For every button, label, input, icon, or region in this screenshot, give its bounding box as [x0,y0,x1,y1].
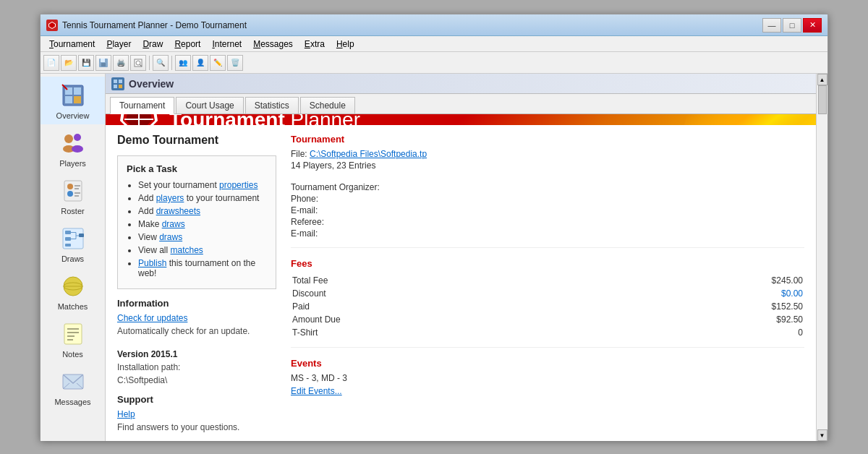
fee-label-due: Amount Due [292,314,751,325]
toolbar-preview[interactable] [130,55,146,71]
matches-icon [59,272,88,301]
fee-label-paid: Paid [292,301,751,312]
svg-rect-46 [119,80,122,83]
menu-help[interactable]: Help [331,38,360,51]
matches-link[interactable]: matches [170,245,203,255]
scroll-down-button[interactable]: ▼ [817,429,827,441]
svg-rect-11 [65,96,72,103]
sidebar-item-draws[interactable]: Draws [41,220,105,267]
toolbar-open[interactable]: 📂 [61,55,77,71]
svg-rect-45 [114,80,117,83]
banner-title-bold: Tournament [169,114,285,125]
svg-rect-10 [74,87,81,95]
menu-draw[interactable]: Draw [137,38,169,51]
toolbar-player-add[interactable]: 👤 [192,55,208,71]
sidebar: Overview Players [41,74,106,441]
players-link[interactable]: players [156,193,184,203]
pick-task-heading: Pick a Task [127,163,267,174]
file-path-link[interactable]: C:\Softpedia Files\Softpedia.tp [310,149,427,159]
menu-player[interactable]: Player [101,38,137,51]
sidebar-item-roster[interactable]: Roster [41,172,105,220]
toolbar-save2[interactable] [95,55,111,71]
email-line-2: E-mail: [291,228,804,239]
sidebar-item-matches[interactable]: Matches [41,267,105,315]
fee-value-total: $245.00 [752,275,803,286]
minimize-button[interactable]: — [762,18,781,33]
properties-link[interactable]: properties [219,180,258,190]
toolbar: 📄 📂 💾 🖨️ 🔍 👥 👤 ✏️ 🗑️ [41,52,827,74]
menu-internet[interactable]: Internet [206,38,247,51]
menu-tournament[interactable]: Tournament [43,38,101,51]
pick-task-section: Pick a Task Set your tournament properti… [117,155,276,289]
sidebar-item-players[interactable]: Players [41,124,105,172]
toolbar-save[interactable]: 💾 [78,55,94,71]
toolbar-separator-2 [171,56,172,70]
tab-court-usage[interactable]: Court Usage [176,97,243,113]
tournament-name: Demo Tournament [117,134,276,147]
close-button[interactable]: ✕ [803,18,822,33]
information-heading: Information [117,298,276,309]
menu-messages[interactable]: Messages [247,38,299,51]
banner-shield-icon [120,114,158,125]
referee-line: Referee: [291,217,804,227]
tab-statistics[interactable]: Statistics [245,97,299,113]
svg-rect-4 [101,63,106,67]
draws-link-2[interactable]: draws [159,232,182,242]
toolbar-separator-1 [149,56,150,70]
sidebar-item-notes[interactable]: Notes [41,315,105,363]
toolbar-new[interactable]: 📄 [43,55,59,71]
file-label: File: [291,149,310,159]
svg-rect-24 [75,195,79,197]
sidebar-item-messages[interactable]: Messages [41,363,105,411]
svg-rect-3 [101,59,105,62]
toolbar-player-delete[interactable]: 🗑️ [227,55,243,71]
scroll-up-button[interactable]: ▲ [817,74,827,85]
tab-tournament[interactable]: Tournament [110,97,174,114]
draws-icon [59,224,88,253]
fee-label-discount: Discount [292,288,751,299]
svg-rect-18 [64,181,82,201]
body-content: Demo Tournament Pick a Task Set your tou… [106,125,816,441]
tournament-section-title: Tournament [291,134,804,145]
svg-point-14 [64,134,73,143]
window-controls: — □ ✕ [762,18,822,33]
sidebar-label-draws: Draws [61,254,84,263]
main-window: Tennis Tournament Planner - Demo Tournam… [40,14,828,440]
fee-row-tshirt: T-Shirt 0 [292,327,803,338]
content-header-title: Overview [129,78,174,90]
window-title: Tennis Tournament Planner - Demo Tournam… [62,20,247,30]
fee-label-total: Total Fee [292,275,751,286]
menu-extra[interactable]: Extra [299,38,331,51]
fee-label-tshirt: T-Shirt [292,327,751,338]
help-link[interactable]: Help [117,409,276,419]
check-updates-link[interactable]: Check for updates [117,313,276,323]
toolbar-players[interactable]: 👥 [175,55,191,71]
title-bar: Tennis Tournament Planner - Demo Tournam… [41,14,827,36]
toolbar-player-edit[interactable]: ✏️ [210,55,226,71]
svg-rect-23 [75,192,80,194]
maximize-button[interactable]: □ [783,18,801,33]
svg-rect-28 [65,244,71,247]
scrollbar[interactable]: ▲ ▼ [816,74,827,441]
left-panel: Demo Tournament Pick a Task Set your tou… [117,134,276,432]
right-panel: Tournament File: C:\Softpedia Files\Soft… [291,134,804,432]
toolbar-search[interactable]: 🔍 [153,55,169,71]
fee-value-paid: $152.50 [752,301,803,312]
messages-icon [59,367,88,396]
scroll-thumb[interactable] [818,85,827,114]
tab-schedule[interactable]: Schedule [300,97,355,113]
help-text: Find answers to your questions. [117,422,276,432]
fee-value-tshirt: 0 [752,327,803,338]
menu-report[interactable]: Report [169,38,206,51]
publish-link[interactable]: Publish [138,258,166,268]
sidebar-item-overview[interactable]: Overview [41,77,105,124]
title-bar-left: Tennis Tournament Planner - Demo Tournam… [46,20,247,31]
players-icon [59,129,88,158]
edit-events-link[interactable]: Edit Events... [291,386,342,396]
drawsheets-link[interactable]: drawsheets [156,206,200,216]
main-layout: Overview Players [41,74,827,441]
draws-link-1[interactable]: draws [162,219,185,229]
fee-value-due: $92.50 [752,314,803,325]
sidebar-label-messages: Messages [54,398,90,406]
toolbar-print[interactable]: 🖨️ [113,55,129,71]
